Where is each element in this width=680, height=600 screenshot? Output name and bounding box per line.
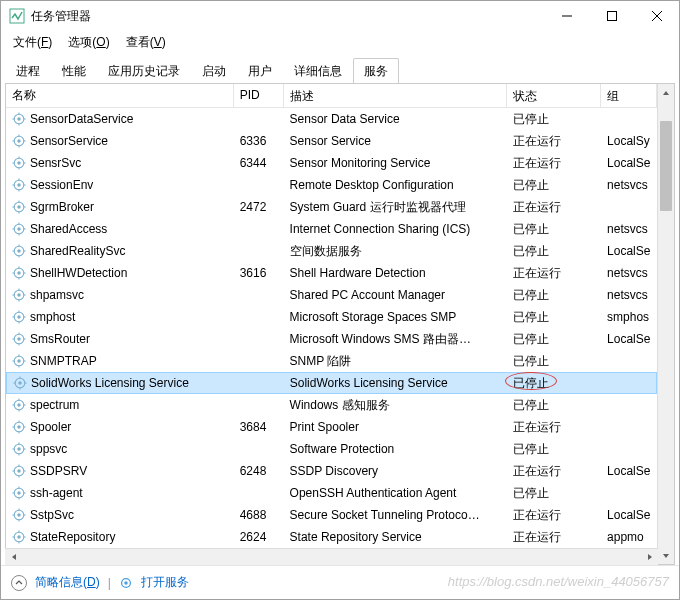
table-row[interactable]: SensorService6336Sensor Service正在运行Local… [6, 130, 657, 152]
table-row[interactable]: SolidWorks Licensing ServiceSolidWorks L… [6, 372, 657, 394]
table-row[interactable]: SensrSvc6344Sensor Monitoring Service正在运… [6, 152, 657, 174]
tab-startup[interactable]: 启动 [191, 58, 237, 84]
cell-status: 已停止 [507, 395, 601, 416]
gear-icon [119, 576, 133, 590]
minimize-button[interactable] [544, 1, 589, 31]
cell-name: SensorService [6, 132, 234, 150]
cell-desc: Shell Hardware Detection [284, 264, 508, 282]
table-row[interactable]: SessionEnvRemote Desktop Configuration已停… [6, 174, 657, 196]
cell-name: SharedRealitySvc [6, 242, 234, 260]
horizontal-scrollbar[interactable] [5, 548, 658, 565]
col-status[interactable]: 状态 [507, 84, 601, 107]
table-row[interactable]: SstpSvc4688Secure Socket Tunneling Proto… [6, 504, 657, 526]
cell-pid: 3684 [234, 418, 284, 436]
cell-status: 已停止 [507, 219, 601, 240]
scroll-right-button[interactable] [641, 549, 658, 565]
svg-point-66 [17, 337, 21, 341]
scroll-thumb[interactable] [660, 121, 672, 211]
table-row[interactable]: SharedAccessInternet Connection Sharing … [6, 218, 657, 240]
cell-pid [234, 183, 284, 187]
menu-options[interactable]: 选项(O) [62, 32, 115, 53]
cell-status: 已停止 [507, 109, 601, 130]
table-row[interactable]: SmsRouterMicrosoft Windows SMS 路由器…已停止Lo… [6, 328, 657, 350]
maximize-button[interactable] [589, 1, 634, 31]
menu-bar: 文件(F) 选项(O) 查看(V) [1, 31, 679, 53]
fewer-details-link[interactable]: 简略信息(D) [35, 574, 100, 591]
svg-point-54 [17, 293, 21, 297]
cell-desc: Internet Connection Sharing (ICS) [284, 220, 508, 238]
cell-desc: SolidWorks Licensing Service [284, 374, 507, 392]
cell-desc: System Guard 运行时监视器代理 [284, 197, 508, 218]
cell-desc: Remote Desktop Configuration [284, 176, 508, 194]
cell-name: SmsRouter [6, 330, 234, 348]
scroll-track[interactable] [658, 101, 674, 547]
scroll-left-button[interactable] [5, 549, 22, 565]
window-title: 任务管理器 [31, 8, 544, 25]
table-row[interactable]: ssh-agentOpenSSH Authentication Agent已停止 [6, 482, 657, 504]
svg-point-108 [17, 491, 21, 495]
tab-bar: 进程 性能 应用历史记录 启动 用户 详细信息 服务 [5, 57, 675, 84]
col-name[interactable]: 名称 [6, 84, 234, 107]
table-row[interactable]: SSDPSRV6248SSDP Discovery正在运行LocalSe [6, 460, 657, 482]
table-row[interactable]: SensorDataServiceSensor Data Service已停止 [6, 108, 657, 130]
cell-group: appmo [601, 528, 657, 546]
cell-name: Spooler [6, 418, 234, 436]
vertical-scrollbar[interactable] [657, 84, 674, 564]
cell-status: 正在运行 [507, 417, 601, 438]
cell-desc: Microsoft Windows SMS 路由器… [284, 329, 508, 350]
table-row[interactable]: smphostMicrosoft Storage Spaces SMP已停止sm… [6, 306, 657, 328]
separator: | [108, 576, 111, 590]
cell-group [601, 117, 657, 121]
table-row[interactable]: SgrmBroker2472System Guard 运行时监视器代理正在运行 [6, 196, 657, 218]
svg-point-130 [124, 581, 128, 585]
cell-status: 正在运行 [507, 527, 601, 548]
tab-users[interactable]: 用户 [237, 58, 283, 84]
col-desc[interactable]: 描述 [284, 84, 508, 107]
cell-status: 已停止 [507, 483, 601, 504]
table-row[interactable]: SharedRealitySvc空间数据服务已停止LocalSe [6, 240, 657, 262]
svg-point-96 [17, 447, 21, 451]
cell-status: 已停止 [507, 351, 601, 372]
cell-group [601, 447, 657, 451]
cell-group [600, 381, 656, 385]
expand-icon[interactable] [11, 575, 27, 591]
cell-name: SensrSvc [6, 154, 234, 172]
cell-name: sppsvc [6, 440, 234, 458]
cell-status: 已停止 [507, 285, 601, 306]
cell-group: netsvcs [601, 264, 657, 282]
table-row[interactable]: StateRepository2624State Repository Serv… [6, 526, 657, 548]
cell-status: 正在运行 [507, 131, 601, 152]
table-row[interactable]: spectrumWindows 感知服务已停止 [6, 394, 657, 416]
open-services-link[interactable]: 打开服务 [141, 574, 189, 591]
svg-marker-128 [648, 554, 652, 560]
tab-app-history[interactable]: 应用历史记录 [97, 58, 191, 84]
cell-group: LocalSe [601, 242, 657, 260]
scroll-down-button[interactable] [658, 547, 674, 564]
menu-file[interactable]: 文件(F) [7, 32, 58, 53]
tab-performance[interactable]: 性能 [51, 58, 97, 84]
cell-desc: 空间数据服务 [284, 241, 508, 262]
tab-processes[interactable]: 进程 [5, 58, 51, 84]
tab-services[interactable]: 服务 [353, 58, 399, 84]
cell-group: smphos [601, 308, 657, 326]
list-content[interactable]: 名称 PID 描述 状态 组 SensorDataServiceSensor D… [6, 84, 657, 564]
menu-view[interactable]: 查看(V) [120, 32, 172, 53]
cell-pid [234, 447, 284, 451]
table-row[interactable]: sppsvcSoftware Protection已停止 [6, 438, 657, 460]
col-pid[interactable]: PID [234, 84, 284, 107]
tab-details[interactable]: 详细信息 [283, 58, 353, 84]
svg-point-102 [17, 469, 21, 473]
services-list: 名称 PID 描述 状态 组 SensorDataServiceSensor D… [5, 83, 675, 565]
cell-status: 正在运行 [507, 197, 601, 218]
col-group[interactable]: 组 [601, 84, 657, 107]
cell-desc: SSDP Discovery [284, 462, 508, 480]
scroll-up-button[interactable] [658, 84, 674, 101]
table-row[interactable]: ShellHWDetection3616Shell Hardware Detec… [6, 262, 657, 284]
cell-name: SSDPSRV [6, 462, 234, 480]
close-button[interactable] [634, 1, 679, 31]
table-row[interactable]: Spooler3684Print Spooler正在运行 [6, 416, 657, 438]
table-row[interactable]: shpamsvcShared PC Account Manager已停止nets… [6, 284, 657, 306]
cell-desc: Shared PC Account Manager [284, 286, 508, 304]
cell-pid: 6336 [234, 132, 284, 150]
table-row[interactable]: SNMPTRAPSNMP 陷阱已停止 [6, 350, 657, 372]
